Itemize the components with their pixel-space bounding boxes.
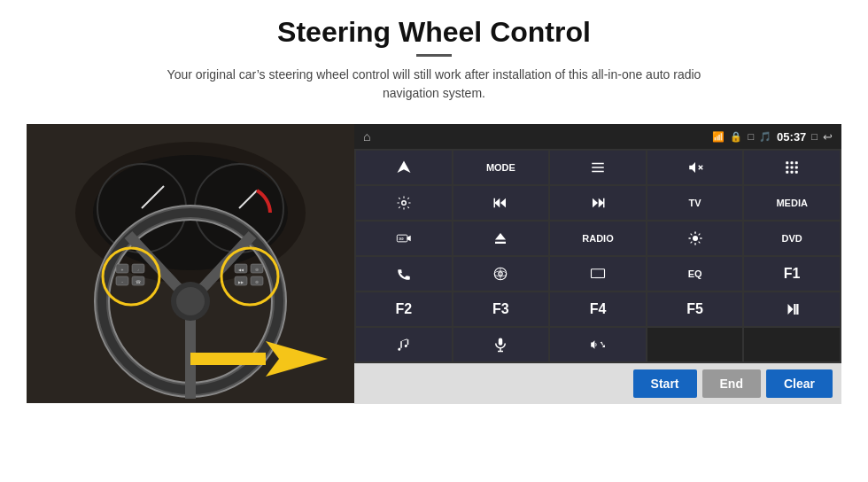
f2-button[interactable]: F2 xyxy=(356,292,452,326)
svg-marker-36 xyxy=(397,161,410,174)
svg-rect-76 xyxy=(591,269,604,278)
brightness-icon xyxy=(687,230,703,246)
screen-icon xyxy=(590,266,606,282)
home-icon[interactable]: ⌂ xyxy=(363,129,370,144)
apps-button[interactable] xyxy=(744,151,840,184)
mode-button[interactable]: MODE xyxy=(453,151,549,184)
media-button[interactable]: MEDIA xyxy=(744,186,840,220)
phone-button[interactable] xyxy=(356,257,452,291)
list-button[interactable] xyxy=(550,151,646,184)
music-icon xyxy=(396,337,412,353)
status-bar: ⌂ 📶 🔒 □ 🎵 05:37 □ ↩ xyxy=(354,124,841,149)
mode-label: MODE xyxy=(486,162,515,173)
svg-text:⊗: ⊗ xyxy=(255,279,259,284)
f5-button[interactable]: F5 xyxy=(647,292,743,326)
screen-icon: □ xyxy=(811,131,818,142)
dvd-button[interactable]: DVD xyxy=(744,222,840,255)
f1-label: F1 xyxy=(784,266,801,282)
next-button[interactable] xyxy=(550,186,646,220)
svg-marker-59 xyxy=(407,236,411,241)
svg-rect-47 xyxy=(795,167,798,169)
radio-button[interactable]: RADIO xyxy=(550,222,646,255)
brightness-button[interactable] xyxy=(647,222,743,255)
eq-label: EQ xyxy=(688,268,702,279)
svg-point-15 xyxy=(176,287,205,315)
wifi-icon: 📶 xyxy=(712,131,725,143)
svg-rect-54 xyxy=(494,198,496,208)
nav-button[interactable] xyxy=(356,151,452,184)
start-button[interactable]: Start xyxy=(633,369,697,398)
svg-marker-56 xyxy=(593,198,598,208)
f3-label: F3 xyxy=(492,301,509,317)
eject-button[interactable] xyxy=(453,222,549,255)
mute-button[interactable] xyxy=(647,151,743,184)
settings-icon xyxy=(396,195,412,211)
svg-rect-62 xyxy=(495,242,506,244)
bt-icon: 🎵 xyxy=(759,131,771,143)
action-bar: Start End Clear xyxy=(354,363,841,404)
svg-rect-42 xyxy=(786,161,788,164)
settings-button[interactable] xyxy=(356,186,452,220)
clear-button[interactable]: Clear xyxy=(766,369,833,398)
gps-button[interactable] xyxy=(453,257,549,291)
f3-button[interactable]: F3 xyxy=(453,292,549,326)
f2-label: F2 xyxy=(395,301,412,317)
svg-rect-49 xyxy=(791,171,794,174)
svg-point-63 xyxy=(693,236,698,241)
svg-text:⊕: ⊕ xyxy=(255,267,259,272)
f4-label: F4 xyxy=(590,301,607,317)
svg-marker-61 xyxy=(495,233,506,240)
back-icon[interactable]: ↩ xyxy=(823,130,833,144)
svg-marker-78 xyxy=(788,304,794,315)
empty-cell-1 xyxy=(647,328,743,362)
radio-label: RADIO xyxy=(582,233,613,244)
cam360-button[interactable]: 360 xyxy=(356,222,452,255)
svg-rect-44 xyxy=(795,161,798,164)
playpause-button[interactable] xyxy=(744,292,840,326)
page-title: Steering Wheel Control xyxy=(142,16,726,49)
svg-rect-50 xyxy=(795,171,798,174)
svg-rect-79 xyxy=(794,304,795,315)
svg-rect-43 xyxy=(791,161,794,164)
vol-phone-button[interactable] xyxy=(550,328,646,362)
f5-label: F5 xyxy=(686,301,703,317)
svg-rect-57 xyxy=(603,198,605,208)
eject-icon xyxy=(492,230,508,246)
list-icon xyxy=(590,159,606,175)
empty-cell-2 xyxy=(744,328,840,362)
svg-line-69 xyxy=(698,242,700,244)
title-divider xyxy=(416,54,452,57)
media-label: MEDIA xyxy=(776,198,807,208)
nav-icon xyxy=(396,159,412,175)
svg-text:+: + xyxy=(121,267,124,272)
svg-rect-81 xyxy=(499,338,503,346)
svg-point-51 xyxy=(402,201,407,206)
subtitle: Your original car’s steering wheel contr… xyxy=(142,66,726,103)
f1-button[interactable]: F1 xyxy=(744,257,840,291)
tv-button[interactable]: TV xyxy=(647,186,743,220)
f4-button[interactable]: F4 xyxy=(550,292,646,326)
svg-text:♪: ♪ xyxy=(137,268,139,272)
status-icons: 📶 🔒 □ 🎵 05:37 □ ↩ xyxy=(712,130,833,144)
svg-rect-38 xyxy=(592,167,604,168)
next-icon xyxy=(590,195,606,211)
prev-button[interactable] xyxy=(453,186,549,220)
phone-icon xyxy=(396,266,412,282)
svg-rect-37 xyxy=(592,163,604,165)
mute-icon xyxy=(687,159,703,175)
status-left: ⌂ xyxy=(363,129,370,144)
svg-text:◀◀: ◀◀ xyxy=(238,268,244,272)
svg-rect-48 xyxy=(786,171,788,174)
playpause-icon xyxy=(784,301,800,317)
buttons-grid: MODE xyxy=(354,149,841,363)
svg-line-71 xyxy=(698,234,700,236)
mic-button[interactable] xyxy=(453,328,549,362)
eq-button[interactable]: EQ xyxy=(647,257,743,291)
sd-icon: □ xyxy=(748,131,754,142)
svg-marker-52 xyxy=(495,198,500,208)
svg-rect-39 xyxy=(592,171,604,173)
control-panel: ⌂ 📶 🔒 □ 🎵 05:37 □ ↩ M xyxy=(354,124,841,404)
music-button[interactable] xyxy=(356,328,452,362)
screen-button[interactable] xyxy=(550,257,646,291)
end-button[interactable]: End xyxy=(702,369,761,398)
